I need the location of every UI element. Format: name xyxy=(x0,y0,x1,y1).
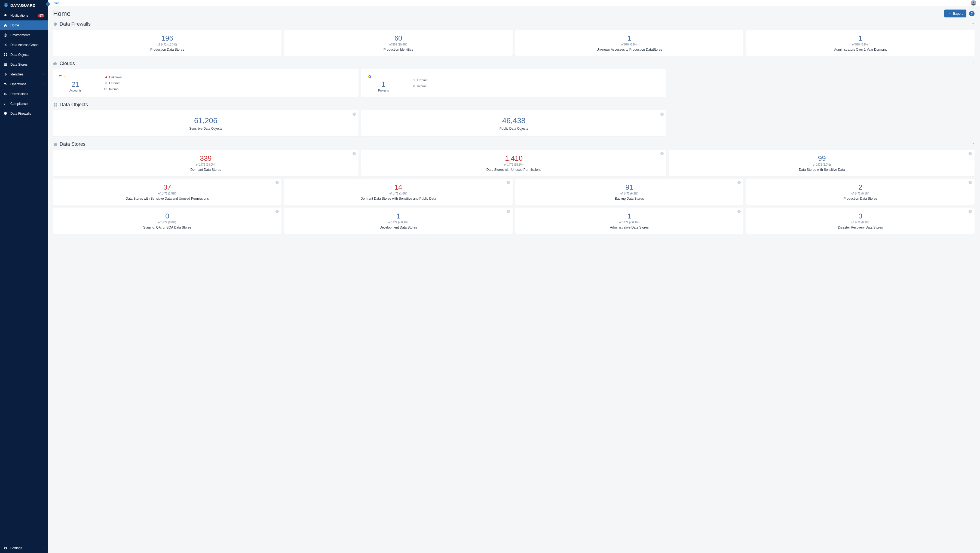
help-hint-icon[interactable]: ? xyxy=(507,210,510,213)
stat-sub: of 1472 (6.7%) xyxy=(673,163,971,166)
stat-label: Public Data Objects xyxy=(365,127,663,131)
cloud-count: 1 xyxy=(367,81,400,88)
stat-card[interactable]: ? 2 of 1472 (0.1%) Production Data Store… xyxy=(746,179,975,205)
help-hint-icon[interactable]: ? xyxy=(737,210,741,213)
stat-label: Data Stores with Sensitive Data xyxy=(673,168,971,172)
nav-label: Data Stores xyxy=(10,63,41,67)
stat-value: 1,410 xyxy=(365,154,663,163)
stat-card[interactable]: ? 37 of 1472 (2.5%) Data Stores with Sen… xyxy=(53,179,282,205)
stat-card[interactable]: 1 of 578 (0.2%) Administrators Over 1 Ye… xyxy=(746,30,975,56)
cloud-icon xyxy=(53,62,57,66)
svg-rect-4 xyxy=(4,53,5,54)
stat-value: 196 xyxy=(57,34,278,43)
brand-logo[interactable]: DATAGUARD xyxy=(0,0,48,11)
cloud-card-gcp[interactable]: 1 Projects 1External 0Internal xyxy=(361,69,667,97)
sidebar-item-data-access-graph[interactable]: Data Access Graph xyxy=(0,40,48,50)
list-icon xyxy=(53,142,57,147)
svg-point-2 xyxy=(6,44,7,44)
help-hint-icon[interactable]: ? xyxy=(275,181,279,184)
sidebar-item-environments[interactable]: Environments xyxy=(0,30,48,40)
stat-card[interactable]: ? 46,438 Public Data Objects xyxy=(361,110,667,137)
cloud-card-aws[interactable]: aws 21 Accounts 4Unknown 6External 11Int… xyxy=(53,69,358,97)
data-objects-grid: ? 61,206 Sensitive Data Objects ? 46,438… xyxy=(53,110,975,137)
stat-value: 1 xyxy=(519,34,740,43)
stat-card[interactable]: ? 1,410 of 1472 (95.8%) Data Stores with… xyxy=(361,150,667,176)
help-hint-icon[interactable]: ? xyxy=(353,113,356,116)
section-header[interactable]: Data Objects ⌃ xyxy=(53,102,975,108)
help-hint-icon[interactable]: ? xyxy=(507,181,510,184)
checklist-icon xyxy=(3,102,8,106)
sidebar-item-data-firewalls[interactable]: Data Firewalls xyxy=(0,109,48,118)
stat-card[interactable]: ? 339 of 1472 (23.0%) Dormant Data Store… xyxy=(53,150,358,176)
stat-card[interactable]: ? 3 of 1472 (0.2%) Disaster Recovery Dat… xyxy=(746,207,975,234)
stat-value: 0 xyxy=(57,212,278,220)
stat-card[interactable]: ? 1 of 1472 (< 0.1%) Development Data St… xyxy=(284,207,512,234)
section-data-objects: Data Objects ⌃ ? 61,206 Sensitive Data O… xyxy=(53,102,975,137)
chevron-up-icon[interactable]: ⌃ xyxy=(972,22,975,26)
stat-card[interactable]: ? 91 of 1472 (6.2%) Backup Data Stores xyxy=(515,179,744,205)
cloud-count: 21 xyxy=(59,81,92,88)
sidebar-item-data-stores[interactable]: Data Stores ‹ xyxy=(0,60,48,70)
sidebar-item-permissions[interactable]: Permissions xyxy=(0,89,48,99)
stat-sub: of 578 (0.2%) xyxy=(750,43,971,46)
chevron-left-icon: ‹ xyxy=(43,102,45,105)
section-header[interactable]: Data Firewalls ⌃ xyxy=(53,21,975,27)
sidebar-item-data-objects[interactable]: Data Objects ‹ xyxy=(0,50,48,60)
chevron-up-icon[interactable]: ⌃ xyxy=(972,103,975,107)
stat-value: 1 xyxy=(519,212,740,220)
stat-card[interactable]: 1 of 578 (0.2%) Unknown Accesses to Prod… xyxy=(515,30,744,56)
stat-card[interactable]: ? 0 of 1472 (0.0%) Staging, QA, or SQA D… xyxy=(53,207,282,234)
sidebar-footer: Settings ‹ xyxy=(0,543,48,553)
help-hint-icon[interactable]: ? xyxy=(660,152,664,155)
export-button[interactable]: Export xyxy=(944,10,966,18)
stat-card[interactable]: ? 1 of 1472 (< 0.1%) Administrative Data… xyxy=(515,207,744,234)
breadcrumb: Home xyxy=(51,2,59,5)
notification-badge: 97 xyxy=(38,14,45,18)
stat-label: Internal xyxy=(109,88,119,91)
avatar[interactable] xyxy=(971,0,976,6)
svg-rect-7 xyxy=(6,55,7,56)
sidebar-collapse-toggle[interactable]: ‹ xyxy=(46,2,50,6)
help-hint-icon[interactable]: ? xyxy=(660,113,664,116)
chevron-left-icon: ‹ xyxy=(43,73,45,76)
sidebar-item-notifications[interactable]: Notifications 97 xyxy=(0,11,48,21)
stat-card[interactable]: ? 61,206 Sensitive Data Objects xyxy=(53,110,358,137)
cloud-count-label: Accounts xyxy=(59,89,92,92)
help-hint-icon[interactable]: ? xyxy=(969,181,972,184)
sidebar-item-home[interactable]: Home xyxy=(0,21,48,30)
svg-rect-5 xyxy=(6,53,7,54)
list-icon xyxy=(3,62,8,67)
stat-card[interactable]: 60 of 578 (10.4%) Production Identities xyxy=(284,30,512,56)
stat-card[interactable]: ? 14 of 1472 (1.0%) Dormant Data Stores … xyxy=(284,179,512,205)
stat-label: Backup Data Stores xyxy=(519,197,740,201)
svg-rect-10 xyxy=(4,65,7,66)
help-button[interactable]: ? xyxy=(969,11,975,16)
chevron-up-icon[interactable]: ⌃ xyxy=(972,62,975,65)
help-hint-icon[interactable]: ? xyxy=(275,210,279,213)
svg-rect-18 xyxy=(54,143,57,143)
section-header[interactable]: Clouds ⌃ xyxy=(53,61,975,67)
help-hint-icon[interactable]: ? xyxy=(737,181,741,184)
stat-label: Unknown xyxy=(109,75,122,79)
sidebar-item-identities[interactable]: Identities ‹ xyxy=(0,70,48,79)
help-hint-icon[interactable]: ? xyxy=(969,152,972,155)
help-hint-icon[interactable]: ? xyxy=(353,152,356,155)
chevron-left-icon: ‹ xyxy=(43,547,45,550)
stat-card[interactable]: ? 99 of 1472 (6.7%) Data Stores with Sen… xyxy=(669,150,975,176)
sidebar-item-operations[interactable]: Operations ‹ xyxy=(0,79,48,89)
stat-card[interactable]: 196 of 1472 (13.3%) Production Data Stor… xyxy=(53,30,282,56)
stat-sub: of 578 (10.4%) xyxy=(288,43,509,46)
stat-label: Dormant Data Stores xyxy=(57,168,355,172)
sidebar-item-settings[interactable]: Settings ‹ xyxy=(0,543,48,553)
cloud-count-label: Projects xyxy=(367,89,400,92)
help-hint-icon[interactable]: ? xyxy=(969,210,972,213)
chevron-up-icon[interactable]: ⌃ xyxy=(972,142,975,146)
key-icon xyxy=(3,92,8,96)
stat-label: Staging, QA, or SQA Data Stores xyxy=(57,226,278,229)
section-header[interactable]: Data Stores ⌃ xyxy=(53,141,975,147)
svg-rect-6 xyxy=(4,55,5,56)
stat-value: 339 xyxy=(57,154,355,163)
breadcrumb-home[interactable]: Home xyxy=(51,2,59,5)
sidebar-item-compliance[interactable]: Compliance ‹ xyxy=(0,99,48,109)
nav-label: Notifications xyxy=(10,14,35,18)
